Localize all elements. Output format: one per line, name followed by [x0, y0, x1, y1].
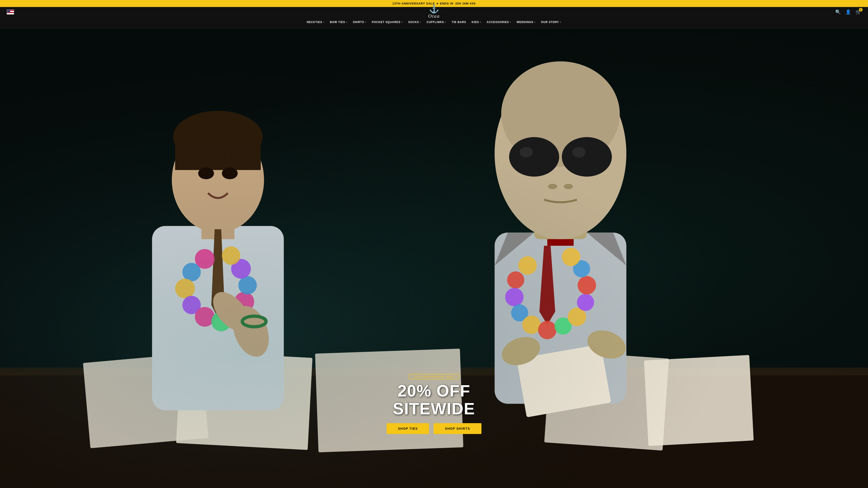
logo-text: Otaa — [428, 13, 440, 19]
chevron-down-icon: ▾ — [560, 21, 561, 23]
header-right: 🔍 👤 🛒 0 — [835, 9, 861, 15]
cart-icon[interactable]: 🛒 0 — [856, 9, 861, 15]
chevron-down-icon: ▾ — [323, 21, 324, 23]
chevron-down-icon: ▾ — [445, 21, 446, 23]
hero-buttons: SHOP TIES SHOP SHIRTS — [355, 423, 513, 434]
header-left — [7, 9, 14, 14]
search-icon[interactable]: 🔍 — [835, 9, 841, 15]
hero-content: 13TH ANNIVERSARY SALE 20% OFF SITEWIDE S… — [355, 374, 513, 434]
announcement-ends-text: ENDS IN — [440, 2, 454, 5]
chevron-down-icon: ▾ — [346, 21, 347, 23]
chevron-down-icon: ▾ — [365, 21, 366, 23]
cart-badge: 0 — [859, 8, 863, 11]
hero-section: 13TH ANNIVERSARY SALE 20% OFF SITEWIDE S… — [0, 29, 868, 488]
nav-item-cufflinks[interactable]: CUFFLINKS ▾ — [424, 19, 448, 25]
announcement-dot — [437, 3, 438, 4]
nav-item-pocket-squares[interactable]: POCKET SQUARES ▾ — [370, 19, 405, 25]
nav-item-our-story[interactable]: OUR STORY ▾ — [539, 19, 563, 25]
announcement-timer: 35H 16M 43S — [455, 2, 476, 5]
anchor-icon: ⚓ — [429, 5, 439, 13]
chevron-down-icon: ▾ — [534, 21, 535, 23]
announcement-sale-text: 13TH ANNIVERSARY SALE — [393, 2, 435, 5]
chevron-down-icon: ▾ — [401, 21, 403, 23]
nav-item-kids[interactable]: KIDS ▾ — [469, 19, 484, 25]
shop-shirts-button[interactable]: SHOP SHIRTS — [434, 423, 481, 434]
nav-item-weddings[interactable]: WEDDINGS ▾ — [514, 19, 538, 25]
header: ⚓ Otaa 🔍 👤 🛒 0 — [0, 7, 868, 17]
nav-item-bow-ties[interactable]: BOW TIES ▾ — [328, 19, 350, 25]
chevron-down-icon: ▾ — [510, 21, 511, 23]
logo[interactable]: ⚓ Otaa — [428, 5, 440, 19]
chevron-down-icon: ▾ — [480, 21, 481, 23]
chevron-down-icon: ▾ — [420, 21, 421, 23]
shop-ties-button[interactable]: SHOP TIES — [386, 423, 429, 434]
account-icon[interactable]: 👤 — [845, 9, 851, 15]
nav-item-accessories[interactable]: ACCESSORIES ▾ — [485, 19, 513, 25]
nav-item-socks[interactable]: SOCKS ▾ — [406, 19, 424, 25]
nav-item-neckties[interactable]: NECKTIES ▾ — [305, 19, 327, 25]
nav-item-tie-bars[interactable]: TIE BARS — [450, 19, 468, 25]
hero-sale-badge: 13TH ANNIVERSARY SALE — [409, 374, 459, 379]
flag-icon[interactable] — [7, 9, 14, 14]
hero-headline: 20% OFF SITEWIDE — [355, 382, 513, 418]
nav-item-shirts[interactable]: SHIRTS ▾ — [350, 19, 369, 25]
